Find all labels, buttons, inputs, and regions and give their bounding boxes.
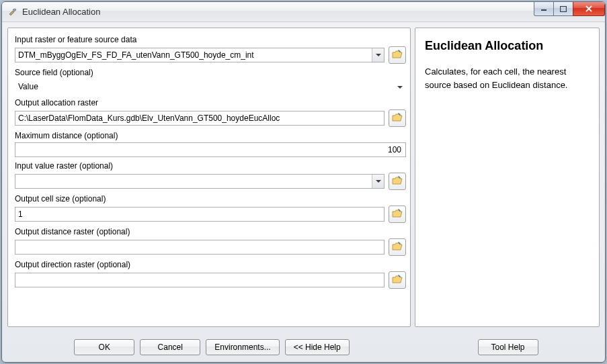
hide-help-button[interactable]: << Hide Help xyxy=(285,339,350,355)
help-panel: Euclidean Allocation Calculates, for eac… xyxy=(415,28,600,327)
folder-open-icon xyxy=(392,209,403,220)
output-distance-input[interactable] xyxy=(15,240,385,255)
chevron-down-icon[interactable] xyxy=(372,175,384,188)
parameters-scroll[interactable]: Input raster or feature source data DTM_… xyxy=(8,28,410,326)
dialog-window: Euclidean Allocation Input raster or fea… xyxy=(1,1,606,363)
svg-rect-1 xyxy=(561,6,567,11)
tool-help-button[interactable]: Tool Help xyxy=(478,339,538,355)
browse-output-direction-button[interactable] xyxy=(389,271,406,289)
input-value-raster-combo[interactable] xyxy=(15,174,385,189)
chevron-down-icon[interactable] xyxy=(372,48,384,62)
input-value-raster-label: Input value raster (optional) xyxy=(15,161,406,171)
content-area: Input raster or feature source data DTM_… xyxy=(2,22,605,332)
output-allocation-label: Output allocation raster xyxy=(15,98,406,107)
output-distance-label: Output distance raster (optional) xyxy=(15,227,406,236)
chevron-down-icon xyxy=(397,82,403,91)
window-title: Euclidean Allocation xyxy=(22,7,100,17)
help-description: Calculates, for each cell, the nearest s… xyxy=(425,65,590,91)
svg-rect-0 xyxy=(541,9,547,11)
help-title: Euclidean Allocation xyxy=(425,39,590,53)
output-allocation-input[interactable] xyxy=(15,111,385,126)
source-field-select[interactable]: Value xyxy=(15,79,406,94)
folder-open-icon xyxy=(392,242,403,253)
button-bar: OK Cancel Environments... << Hide Help T… xyxy=(2,332,605,362)
environments-button[interactable]: Environments... xyxy=(206,339,279,355)
parameters-panel: Input raster or feature source data DTM_… xyxy=(7,28,411,327)
window-controls xyxy=(534,2,605,17)
folder-open-icon xyxy=(392,275,403,286)
browse-input-raster-button[interactable] xyxy=(389,46,406,64)
browse-output-allocation-button[interactable] xyxy=(389,109,406,127)
folder-open-icon xyxy=(392,113,403,124)
minimize-button[interactable] xyxy=(534,2,554,16)
maximum-distance-label: Maximum distance (optional) xyxy=(15,131,406,140)
ok-button[interactable]: OK xyxy=(74,339,134,355)
browse-input-value-raster-button[interactable] xyxy=(389,173,406,190)
output-cell-size-input[interactable] xyxy=(15,207,385,222)
browse-output-cell-size-button[interactable] xyxy=(389,206,406,223)
source-field-label: Source field (optional) xyxy=(15,68,406,77)
input-raster-combo[interactable]: DTM_mByggOgElv_FS_FD_FA_utenVann_GT500_h… xyxy=(15,48,385,62)
output-direction-input[interactable] xyxy=(15,273,385,287)
hammer-icon xyxy=(7,7,18,17)
maximum-distance-input[interactable] xyxy=(15,142,406,157)
input-raster-value: DTM_mByggOgElv_FS_FD_FA_utenVann_GT500_h… xyxy=(18,50,372,60)
browse-output-distance-button[interactable] xyxy=(389,238,406,256)
titlebar[interactable]: Euclidean Allocation xyxy=(2,2,605,22)
folder-open-icon xyxy=(392,50,403,61)
output-cell-size-label: Output cell size (optional) xyxy=(15,194,406,203)
cancel-button[interactable]: Cancel xyxy=(140,339,200,355)
source-field-value: Value xyxy=(18,82,38,91)
input-raster-label: Input raster or feature source data xyxy=(15,35,406,44)
output-direction-label: Output direction raster (optional) xyxy=(15,260,406,269)
folder-open-icon xyxy=(392,176,403,187)
maximize-button[interactable] xyxy=(553,2,573,16)
close-button[interactable] xyxy=(573,2,605,16)
